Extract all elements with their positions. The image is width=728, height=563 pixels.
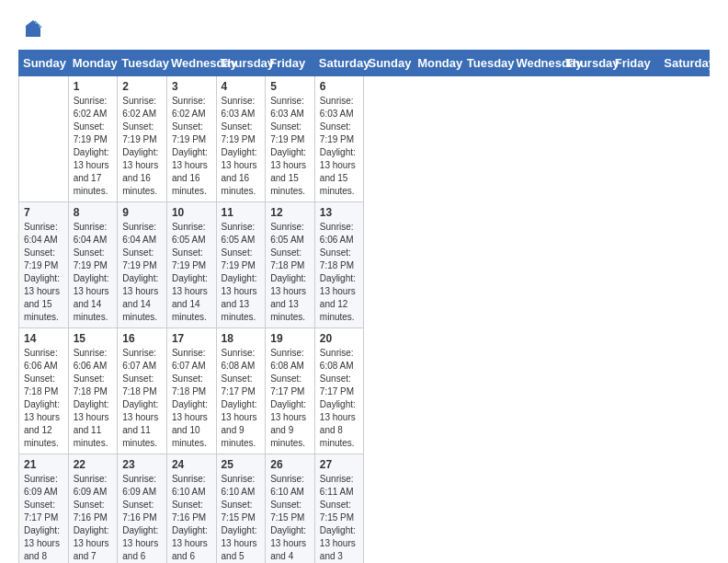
day-info: Sunrise: 6:08 AMSunset: 7:17 PMDaylight:… xyxy=(222,347,261,450)
day-number: 15 xyxy=(74,332,113,345)
calendar-cell: 18 Sunrise: 6:08 AMSunset: 7:17 PMDaylig… xyxy=(216,328,266,454)
day-number: 12 xyxy=(270,206,310,219)
day-number: 5 xyxy=(270,80,310,93)
calendar-cell: 19 Sunrise: 6:08 AMSunset: 7:17 PMDaylig… xyxy=(266,328,315,454)
calendar-cell: 9 Sunrise: 6:04 AMSunset: 7:19 PMDayligh… xyxy=(118,202,167,328)
calendar-cell: 16 Sunrise: 6:07 AMSunset: 7:18 PMDaylig… xyxy=(118,328,167,454)
day-number: 4 xyxy=(222,80,261,93)
calendar-cell: 22 Sunrise: 6:09 AMSunset: 7:16 PMDaylig… xyxy=(68,454,118,564)
day-number: 17 xyxy=(172,332,211,345)
day-info: Sunrise: 6:04 AMSunset: 7:19 PMDaylight:… xyxy=(74,221,113,324)
day-number: 26 xyxy=(270,458,310,471)
day-info: Sunrise: 6:03 AMSunset: 7:19 PMDaylight:… xyxy=(270,95,310,198)
day-number: 20 xyxy=(320,332,359,345)
week-row-3: 14 Sunrise: 6:06 AMSunset: 7:18 PMDaylig… xyxy=(19,328,710,454)
day-header-thursday: Thursday xyxy=(562,51,611,76)
calendar-cell: 21 Sunrise: 6:09 AMSunset: 7:17 PMDaylig… xyxy=(19,454,69,564)
calendar-cell xyxy=(19,76,69,202)
day-header-saturday: Saturday xyxy=(660,51,710,76)
day-header-wednesday: Wednesday xyxy=(166,51,216,76)
day-info: Sunrise: 6:09 AMSunset: 7:17 PMDaylight:… xyxy=(24,473,63,563)
day-number: 16 xyxy=(122,332,162,345)
calendar-cell: 27 Sunrise: 6:11 AMSunset: 7:15 PMDaylig… xyxy=(314,454,364,564)
header-row: SundayMondayTuesdayWednesdayThursdayFrid… xyxy=(19,51,710,76)
day-info: Sunrise: 6:06 AMSunset: 7:18 PMDaylight:… xyxy=(320,221,359,324)
day-number: 22 xyxy=(74,458,113,471)
day-info: Sunrise: 6:03 AMSunset: 7:19 PMDaylight:… xyxy=(320,95,359,198)
day-header-monday: Monday xyxy=(68,51,118,76)
calendar-cell: 6 Sunrise: 6:03 AMSunset: 7:19 PMDayligh… xyxy=(314,76,364,202)
day-number: 1 xyxy=(74,80,113,93)
calendar-cell: 7 Sunrise: 6:04 AMSunset: 7:19 PMDayligh… xyxy=(19,202,69,328)
day-header-friday: Friday xyxy=(266,51,315,76)
calendar-cell: 10 Sunrise: 6:05 AMSunset: 7:19 PMDaylig… xyxy=(166,202,216,328)
calendar-cell: 3 Sunrise: 6:02 AMSunset: 7:19 PMDayligh… xyxy=(166,76,216,202)
calendar-cell: 15 Sunrise: 6:06 AMSunset: 7:18 PMDaylig… xyxy=(68,328,118,454)
day-header-friday: Friday xyxy=(610,51,660,76)
calendar-cell: 12 Sunrise: 6:05 AMSunset: 7:18 PMDaylig… xyxy=(266,202,315,328)
day-info: Sunrise: 6:04 AMSunset: 7:19 PMDaylight:… xyxy=(122,221,162,324)
day-number: 13 xyxy=(320,206,359,219)
day-number: 8 xyxy=(74,206,113,219)
day-number: 23 xyxy=(122,458,162,471)
day-info: Sunrise: 6:05 AMSunset: 7:18 PMDaylight:… xyxy=(270,221,310,324)
day-info: Sunrise: 6:02 AMSunset: 7:19 PMDaylight:… xyxy=(172,95,211,198)
day-info: Sunrise: 6:09 AMSunset: 7:16 PMDaylight:… xyxy=(122,473,162,563)
day-header-tuesday: Tuesday xyxy=(462,51,512,76)
day-info: Sunrise: 6:10 AMSunset: 7:16 PMDaylight:… xyxy=(172,473,211,563)
day-info: Sunrise: 6:10 AMSunset: 7:15 PMDaylight:… xyxy=(270,473,310,563)
day-info: Sunrise: 6:06 AMSunset: 7:18 PMDaylight:… xyxy=(74,347,113,450)
day-header-wednesday: Wednesday xyxy=(512,51,562,76)
calendar-cell: 2 Sunrise: 6:02 AMSunset: 7:19 PMDayligh… xyxy=(118,76,167,202)
calendar-cell: 8 Sunrise: 6:04 AMSunset: 7:19 PMDayligh… xyxy=(68,202,118,328)
calendar-cell: 13 Sunrise: 6:06 AMSunset: 7:18 PMDaylig… xyxy=(314,202,364,328)
day-info: Sunrise: 6:09 AMSunset: 7:16 PMDaylight:… xyxy=(74,473,113,563)
week-row-2: 7 Sunrise: 6:04 AMSunset: 7:19 PMDayligh… xyxy=(19,202,710,328)
day-info: Sunrise: 6:06 AMSunset: 7:18 PMDaylight:… xyxy=(24,347,63,450)
day-info: Sunrise: 6:11 AMSunset: 7:15 PMDaylight:… xyxy=(320,473,359,563)
day-header-monday: Monday xyxy=(414,51,463,76)
day-info: Sunrise: 6:07 AMSunset: 7:18 PMDaylight:… xyxy=(122,347,162,450)
day-number: 25 xyxy=(222,458,261,471)
day-number: 11 xyxy=(222,206,261,219)
day-info: Sunrise: 6:10 AMSunset: 7:15 PMDaylight:… xyxy=(222,473,261,563)
day-header-tuesday: Tuesday xyxy=(118,51,167,76)
calendar-cell: 20 Sunrise: 6:08 AMSunset: 7:17 PMDaylig… xyxy=(314,328,364,454)
calendar-cell: 14 Sunrise: 6:06 AMSunset: 7:18 PMDaylig… xyxy=(19,328,69,454)
page-header xyxy=(18,18,710,40)
day-number: 14 xyxy=(24,332,63,345)
calendar-cell: 4 Sunrise: 6:03 AMSunset: 7:19 PMDayligh… xyxy=(216,76,266,202)
day-number: 21 xyxy=(24,458,63,471)
day-number: 18 xyxy=(222,332,261,345)
day-header-sunday: Sunday xyxy=(19,51,69,76)
day-info: Sunrise: 6:03 AMSunset: 7:19 PMDaylight:… xyxy=(222,95,261,198)
day-info: Sunrise: 6:04 AMSunset: 7:19 PMDaylight:… xyxy=(24,221,63,324)
calendar-cell: 26 Sunrise: 6:10 AMSunset: 7:15 PMDaylig… xyxy=(266,454,315,564)
calendar-cell: 5 Sunrise: 6:03 AMSunset: 7:19 PMDayligh… xyxy=(266,76,315,202)
day-number: 9 xyxy=(122,206,162,219)
calendar-cell: 25 Sunrise: 6:10 AMSunset: 7:15 PMDaylig… xyxy=(216,454,266,564)
day-info: Sunrise: 6:08 AMSunset: 7:17 PMDaylight:… xyxy=(270,347,310,450)
day-info: Sunrise: 6:02 AMSunset: 7:19 PMDaylight:… xyxy=(122,95,162,198)
day-info: Sunrise: 6:07 AMSunset: 7:18 PMDaylight:… xyxy=(172,347,211,450)
day-info: Sunrise: 6:05 AMSunset: 7:19 PMDaylight:… xyxy=(222,221,261,324)
day-number: 10 xyxy=(172,206,211,219)
week-row-4: 21 Sunrise: 6:09 AMSunset: 7:17 PMDaylig… xyxy=(19,454,710,564)
day-info: Sunrise: 6:05 AMSunset: 7:19 PMDaylight:… xyxy=(172,221,211,324)
calendar-cell: 17 Sunrise: 6:07 AMSunset: 7:18 PMDaylig… xyxy=(166,328,216,454)
calendar-cell: 11 Sunrise: 6:05 AMSunset: 7:19 PMDaylig… xyxy=(216,202,266,328)
day-header-saturday: Saturday xyxy=(314,51,364,76)
day-number: 27 xyxy=(320,458,359,471)
calendar-table: SundayMondayTuesdayWednesdayThursdayFrid… xyxy=(18,50,710,563)
day-number: 7 xyxy=(24,206,63,219)
day-info: Sunrise: 6:02 AMSunset: 7:19 PMDaylight:… xyxy=(74,95,113,198)
logo xyxy=(18,18,44,40)
day-number: 6 xyxy=(320,80,359,93)
day-number: 3 xyxy=(172,80,211,93)
day-number: 19 xyxy=(270,332,310,345)
logo-icon xyxy=(22,18,44,40)
day-number: 24 xyxy=(172,458,211,471)
week-row-1: 1 Sunrise: 6:02 AMSunset: 7:19 PMDayligh… xyxy=(19,76,710,202)
day-info: Sunrise: 6:08 AMSunset: 7:17 PMDaylight:… xyxy=(320,347,359,450)
day-number: 2 xyxy=(122,80,162,93)
